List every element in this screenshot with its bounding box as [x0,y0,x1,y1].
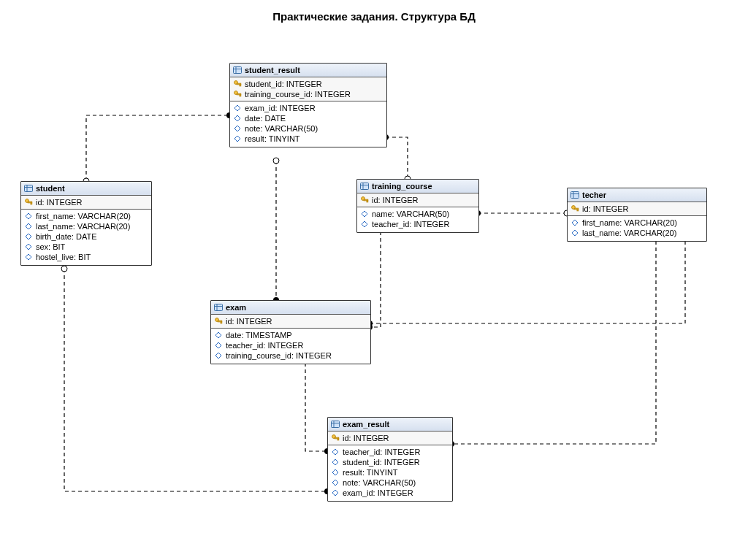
table-header: student [21,182,151,196]
table-header: exam [211,301,370,315]
table-techer[interactable]: techer id: INTEGER first_name: VARCHAR(2… [567,188,707,242]
svg-point-14 [61,266,67,272]
svg-rect-42 [361,183,369,190]
diamond-icon [360,220,369,229]
svg-marker-77 [332,490,338,496]
table-name: techer [582,191,606,199]
column-row: exam_id: INTEGER [233,103,381,113]
table-name: student [36,184,65,193]
pk-row: id: INTEGER [24,197,145,207]
diamond-icon [331,458,340,467]
svg-rect-63 [221,322,222,323]
diamond-icon [24,242,33,251]
column-row: teacher_id: INTEGER [331,447,446,457]
table-header: student_result [230,64,386,77]
svg-rect-55 [577,210,579,211]
svg-marker-38 [234,105,240,111]
svg-marker-39 [234,115,240,121]
column-row: date: TIMESTAMP [214,330,365,340]
column-row: date: DATE [233,113,381,123]
column-row: first_name: VARCHAR(20) [570,218,701,228]
svg-rect-72 [337,439,339,440]
diamond-icon [24,253,33,261]
diamond-icon [331,478,340,487]
column-row: note: VARCHAR(50) [233,123,381,134]
diamond-icon [331,488,340,497]
column-row: student_id: INTEGER [331,457,446,467]
pk-row: id: INTEGER [570,204,701,214]
svg-rect-23 [31,203,32,204]
svg-marker-24 [26,213,31,219]
svg-marker-66 [215,353,221,358]
svg-marker-28 [26,254,31,260]
diamond-icon [360,210,369,218]
table-exam[interactable]: exam id: INTEGER date: TIMESTAMP teacher… [210,300,371,364]
svg-marker-64 [215,332,221,338]
table-icon [24,184,33,193]
svg-rect-29 [234,67,242,74]
pk-row: student_id: INTEGER [233,79,381,89]
svg-rect-58 [215,304,223,311]
key-icon [233,90,242,99]
table-student-result[interactable]: student_result student_id: INTEGER train… [229,63,387,147]
table-icon [233,66,242,74]
diamond-icon [24,212,33,220]
diamond-icon [331,448,340,456]
table-header: techer [568,188,706,202]
svg-marker-27 [26,244,31,250]
table-training-course[interactable]: training_course id: INTEGER name: VARCHA… [356,179,479,233]
svg-marker-40 [234,126,240,131]
pk-row: id: INTEGER [360,195,473,205]
svg-marker-75 [332,469,338,475]
diamond-icon [233,134,242,143]
svg-rect-50 [571,192,579,199]
diamond-icon [233,104,242,112]
svg-rect-67 [332,421,340,428]
table-icon [570,191,579,199]
svg-marker-48 [362,211,367,217]
diamond-icon [24,222,33,231]
key-icon [570,204,579,213]
svg-marker-65 [215,342,221,348]
table-name: exam_result [343,420,389,429]
table-icon [331,420,340,429]
pk-row: id: INTEGER [331,433,446,443]
svg-rect-34 [240,85,241,86]
table-name: exam [226,303,246,312]
svg-marker-26 [26,234,31,239]
svg-marker-56 [572,220,578,226]
column-row: birth_date: DATE [24,231,145,242]
svg-point-4 [273,158,279,164]
key-icon [24,198,33,207]
svg-marker-57 [572,230,578,236]
page-title: Практические задания. Структура БД [0,10,748,23]
svg-marker-73 [332,449,338,455]
diamond-icon [214,351,223,360]
diamond-icon [233,124,242,133]
diamond-icon [331,468,340,477]
table-name: student_result [245,66,300,74]
key-icon [331,434,340,442]
column-row: note: VARCHAR(50) [331,477,446,488]
key-icon [360,196,369,204]
column-row: last_name: VARCHAR(20) [24,221,145,231]
diamond-icon [570,218,579,227]
table-icon [360,182,369,191]
column-row: teacher_id: INTEGER [214,340,365,350]
svg-marker-76 [332,480,338,486]
table-exam-result[interactable]: exam_result id: INTEGER teacher_id: INTE… [327,417,453,502]
table-header: exam_result [328,418,452,431]
diamond-icon [214,341,223,350]
diagram-canvas: student id: INTEGER first_name: VARCHAR(… [13,35,735,547]
table-student[interactable]: student id: INTEGER first_name: VARCHAR(… [20,181,152,266]
column-row: result: TINYINT [233,134,381,144]
svg-marker-41 [234,136,240,142]
svg-marker-49 [362,221,367,227]
column-row: sex: BIT [24,242,145,252]
svg-rect-47 [367,201,368,202]
svg-rect-37 [240,95,241,96]
column-row: exam_id: INTEGER [331,488,446,498]
column-row: hostel_live: BIT [24,252,145,262]
diamond-icon [24,232,33,241]
column-row: name: VARCHAR(50) [360,209,473,219]
